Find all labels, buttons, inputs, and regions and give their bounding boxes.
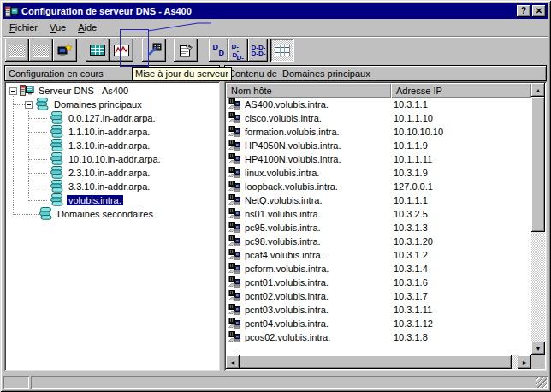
stack-icon (50, 166, 64, 180)
host-name[interactable]: loopback.volubis.intra. (245, 181, 394, 192)
host-row[interactable]: pcnt04.volubis.intra.10.3.1.12 (226, 317, 531, 330)
host-name[interactable]: pcform.volubis.intra. (245, 264, 394, 274)
host-icon (228, 181, 243, 193)
horizontal-scroll-track[interactable] (512, 355, 518, 369)
help-button[interactable]: ? (517, 5, 530, 17)
tree-item-label[interactable]: volubis.intra. (67, 195, 123, 205)
host-row[interactable]: pcnt02.volubis.intra.10.3.1.7 (226, 289, 531, 303)
host-name[interactable]: pc98.volubis.intra. (245, 236, 394, 246)
host-row[interactable]: ns01.volubis.intra.10.3.2.5 (226, 207, 531, 221)
horizontal-scroll-thumb[interactable] (240, 355, 512, 369)
tree-item-label[interactable]: 0.0.127.in-addr.arpa. (67, 113, 157, 123)
vertical-scroll-track[interactable] (531, 232, 545, 342)
tree-item-label[interactable]: 3.3.10.in-addr.arpa. (67, 181, 151, 192)
tree-item-serveur-dns-as400[interactable]: Serveur DNS - As400 (4, 84, 220, 98)
host-ip: 127.0.0.1 (394, 181, 433, 192)
menu-bar: Fichier Vue Aide (3, 20, 548, 36)
tree-item-3-3-10-in-addr-arpa[interactable]: 3.3.10.in-addr.arpa. (4, 180, 220, 193)
menu-aide[interactable]: Aide (72, 21, 103, 35)
expand-collapse-toggle[interactable] (9, 87, 17, 95)
large-icons-view-button[interactable]: DD (209, 39, 228, 62)
scroll-right-button[interactable]: ► (518, 355, 531, 369)
host-icon (228, 98, 243, 110)
host-name[interactable]: pcaf4.volubis.intra. (245, 250, 394, 260)
tree-connector (28, 159, 47, 160)
tree-item-10-10-10-in-addr-arpa[interactable]: 10.10.10.in-addr.arpa. (4, 152, 220, 166)
scroll-left-button[interactable]: ◄ (226, 355, 240, 369)
vertical-scroll-thumb[interactable] (531, 97, 545, 232)
column-header-adresse-ip[interactable]: Adresse IP (391, 83, 531, 98)
host-row[interactable]: pc95.volubis.intra.10.3.1.3 (226, 221, 531, 235)
host-icon (228, 276, 243, 288)
resize-grip[interactable] (536, 377, 547, 388)
host-name[interactable]: ns01.volubis.intra. (245, 209, 394, 219)
horizontal-scrollbar[interactable]: ◄ ► (226, 355, 531, 369)
host-name[interactable]: pcnt04.volubis.intra. (245, 318, 394, 329)
new-server-button[interactable] (53, 39, 77, 62)
tree-connector (13, 214, 39, 215)
host-row[interactable]: pcaf4.volubis.intra.10.3.1.2 (226, 248, 531, 262)
tree-panel-title: Configuration en cours (9, 68, 104, 79)
host-name[interactable]: HP4100N.volubis.intra. (245, 154, 394, 164)
tree-item-label[interactable]: Domaines principaux (52, 99, 144, 110)
host-name[interactable]: pcos02.volubis.intra. (245, 332, 394, 342)
host-row[interactable]: pcform.volubis.intra.10.3.1.4 (226, 262, 531, 276)
host-ip: 10.1.1.11 (394, 154, 432, 164)
small-icons-view-button[interactable]: D--D-D- (228, 39, 248, 62)
column-header-nom-hote[interactable]: Nom hôte (226, 83, 391, 98)
host-name[interactable]: AS400.volubis.intra. (245, 99, 394, 110)
tree-item-1-3-10-in-addr-arpa[interactable]: 1.3.10.in-addr.arpa. (4, 139, 220, 152)
tree-item-domaines-principaux[interactable]: Domaines principaux (4, 98, 220, 111)
details-view-button[interactable] (270, 39, 294, 62)
host-name[interactable]: HP4050N.volubis.intra. (245, 140, 394, 151)
host-name[interactable]: linux.volubis.intra. (245, 168, 394, 178)
host-icon (228, 331, 243, 343)
host-name[interactable]: formation.volubis.intra. (245, 127, 394, 137)
tree-item-domaines-secondaires[interactable]: Domaines secondaires (4, 207, 220, 221)
host-row[interactable]: pcnt01.volubis.intra.10.3.1.6 (226, 276, 531, 289)
tree-item-label[interactable]: 1.3.10.in-addr.arpa. (67, 140, 151, 151)
host-name[interactable]: pc95.volubis.intra. (245, 223, 394, 233)
host-name[interactable]: pcnt02.volubis.intra. (245, 291, 394, 301)
host-name[interactable]: NetQ.volubis.intra. (245, 195, 394, 205)
tree-connector (28, 132, 47, 133)
properties-icon (178, 43, 193, 57)
tree-item-1-1-10-in-addr-arpa[interactable]: 1.1.10.in-addr.arpa. (4, 125, 220, 139)
tree-item-0-0-127-in-addr-arpa[interactable]: 0.0.127.in-addr.arpa. (4, 111, 220, 125)
update-server-button[interactable] (142, 39, 166, 62)
host-row[interactable]: loopback.volubis.intra.127.0.0.1 (226, 180, 531, 193)
properties-button[interactable] (174, 39, 198, 62)
host-row[interactable]: HP4100N.volubis.intra.10.1.1.11 (226, 152, 531, 166)
host-name[interactable]: pcnt01.volubis.intra. (245, 277, 394, 288)
tree-item-label[interactable]: 1.1.10.in-addr.arpa. (67, 127, 151, 137)
host-name[interactable]: cisco.volubis.intra. (245, 113, 394, 123)
tree-item-label[interactable]: 2.3.10.in-addr.arpa. (67, 168, 151, 178)
host-name[interactable]: pcnt03.volubis.intra. (245, 305, 394, 315)
scroll-down-button[interactable]: ▼ (531, 342, 545, 355)
host-row[interactable]: pcos02.volubis.intra.10.3.1.8 (226, 330, 531, 344)
host-row[interactable]: cisco.volubis.intra.10.1.1.10 (226, 111, 531, 125)
tree-item-2-3-10-in-addr-arpa[interactable]: 2.3.10.in-addr.arpa. (4, 166, 220, 180)
host-row[interactable]: AS400.volubis.intra.10.3.1.1 (226, 98, 531, 111)
tree-item-label[interactable]: Serveur DNS - As400 (37, 86, 130, 96)
scroll-up-button[interactable]: ▲ (531, 83, 545, 97)
menu-fichier[interactable]: Fichier (3, 21, 44, 35)
menu-vue[interactable]: Vue (44, 21, 72, 35)
host-row[interactable]: HP4050N.volubis.intra.10.1.1.9 (226, 139, 531, 152)
list-view-button[interactable]: D-D-D-D- (248, 39, 268, 62)
expand-collapse-toggle[interactable] (25, 101, 33, 109)
host-ip: 10.1.1.1 (394, 195, 428, 205)
vertical-scrollbar[interactable]: ▲ ▼ (531, 83, 545, 355)
host-row[interactable]: pc98.volubis.intra.10.3.1.20 (226, 235, 531, 248)
host-row[interactable]: formation.volubis.intra.10.10.10.10 (226, 125, 531, 139)
tree-item-volubis-intra[interactable]: volubis.intra. (4, 193, 220, 207)
chart-view-button[interactable] (110, 39, 133, 62)
host-row[interactable]: pcnt03.volubis.intra.10.3.1.11 (226, 303, 531, 317)
host-row[interactable]: NetQ.volubis.intra.10.1.1.1 (226, 193, 531, 207)
menu-toolbar-divider (3, 36, 548, 38)
host-row[interactable]: linux.volubis.intra.10.3.1.9 (226, 166, 531, 180)
close-button[interactable]: ✕ (532, 5, 546, 17)
tree-item-label[interactable]: 10.10.10.in-addr.arpa. (67, 154, 163, 164)
table-view-button[interactable] (86, 39, 110, 62)
tree-item-label[interactable]: Domaines secondaires (56, 209, 155, 219)
